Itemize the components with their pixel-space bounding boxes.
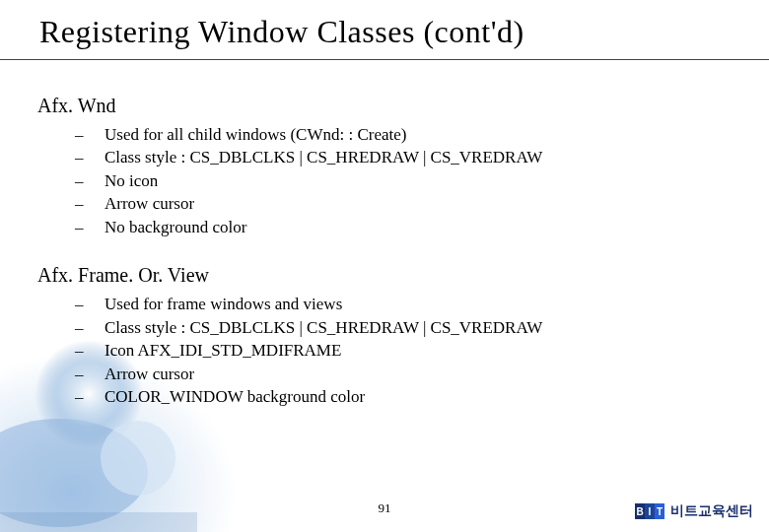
dash-icon: – [75, 192, 97, 215]
dash-icon: – [75, 123, 97, 146]
brand-text: 비트교육센터 [670, 502, 753, 520]
slide: Registering Window Classes (cont'd) Afx.… [0, 0, 769, 532]
list-item-text: Used for all child windows (CWnd: : Crea… [105, 125, 406, 144]
list-item: –Used for frame windows and views [75, 293, 749, 315]
list-item: –Class style : CS_DBLCLKS | CS_HREDRAW |… [75, 316, 749, 339]
list-item: –No icon [75, 169, 749, 192]
list-item-text: Arrow cursor [105, 194, 194, 213]
list-item: –Class style : CS_DBLCLKS | CS_HREDRAW |… [75, 146, 749, 168]
list-item-text: No background color [105, 218, 246, 236]
dash-icon: – [75, 339, 97, 362]
slide-title: Registering Window Classes (cont'd) [39, 14, 730, 50]
section-heading: Afx. Frame. Or. View [37, 264, 749, 287]
dash-icon: – [75, 169, 97, 192]
section-list: –Used for all child windows (CWnd: : Cre… [75, 123, 749, 238]
svg-point-3 [101, 421, 175, 496]
list-item-text: Arrow cursor [105, 365, 194, 383]
dash-icon: – [75, 363, 97, 385]
list-item-text: No icon [105, 171, 158, 190]
logo-letter: B [635, 503, 645, 519]
dash-icon: – [75, 316, 97, 339]
dash-icon: – [75, 385, 97, 408]
logo-letter: I [645, 503, 655, 519]
list-item-text: Used for frame windows and views [105, 295, 342, 313]
logo-letter: T [655, 503, 664, 519]
section-list: –Used for frame windows and views –Class… [75, 293, 749, 408]
list-item-text: Icon AFX_IDI_STD_MDIFRAME [105, 341, 341, 360]
footer-brand: B I T 비트교육센터 [635, 502, 753, 520]
list-item: –Arrow cursor [75, 192, 749, 215]
list-item-text: Class style : CS_DBLCLKS | CS_HREDRAW | … [105, 148, 542, 166]
list-item-text: Class style : CS_DBLCLKS | CS_HREDRAW | … [105, 318, 542, 337]
title-underline [0, 59, 769, 60]
slide-body: Afx. Wnd –Used for all child windows (CW… [37, 87, 749, 409]
dash-icon: – [75, 216, 97, 238]
section-heading: Afx. Wnd [37, 95, 749, 117]
list-item: –Used for all child windows (CWnd: : Cre… [75, 123, 749, 146]
list-item: –Arrow cursor [75, 363, 749, 385]
list-item: –Icon AFX_IDI_STD_MDIFRAME [75, 339, 749, 362]
brand-logo-icon: B I T [635, 503, 664, 519]
dash-icon: – [75, 146, 97, 168]
list-item: –No background color [75, 216, 749, 238]
list-item-text: COLOR_WINDOW background color [105, 387, 365, 406]
list-item: –COLOR_WINDOW background color [75, 385, 749, 408]
dash-icon: – [75, 293, 97, 315]
